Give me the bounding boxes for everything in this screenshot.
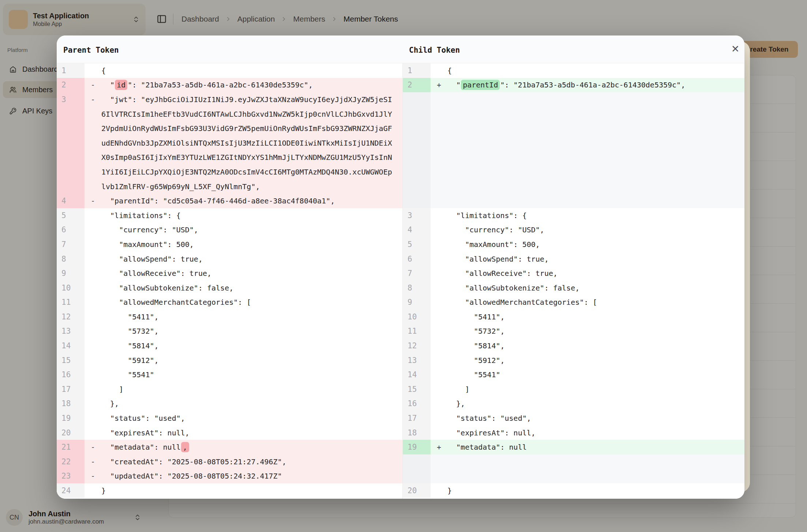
- diff-sign: [431, 223, 447, 237]
- code-text: "5814",: [101, 338, 402, 353]
- code-text: "5814",: [447, 338, 744, 353]
- code-text: [447, 165, 744, 179]
- code-text: }: [447, 483, 744, 498]
- code-text: "5732",: [447, 324, 744, 339]
- line-number: 16: [57, 367, 85, 382]
- diff-row: [403, 194, 744, 208]
- code-text: [447, 454, 744, 469]
- code-text: {: [447, 63, 744, 78]
- line-number: 12: [57, 310, 85, 324]
- diff-sign: [431, 107, 447, 121]
- diff-sign: -: [85, 469, 101, 484]
- code-text: [447, 92, 744, 107]
- line-number: 3: [403, 208, 431, 223]
- diff-row: 5 "maxAmount": 500,: [403, 237, 744, 252]
- diff-sign: [85, 426, 101, 440]
- line-number: [403, 469, 431, 484]
- diff-row: 12 "5814",: [403, 338, 744, 353]
- line-number: 2: [403, 78, 431, 93]
- diff-row: 14 "5541": [403, 367, 744, 382]
- diff-sign: [431, 252, 447, 266]
- diff-sign: [85, 353, 101, 368]
- code-text: "expiresAt": null,: [101, 426, 402, 440]
- code-text: [447, 469, 744, 484]
- line-number: 14: [57, 338, 85, 353]
- diff-row: 3- "jwt": "eyJhbGciOiJIUzI1NiJ9.eyJwZXJt…: [57, 92, 402, 107]
- line-number: 18: [403, 426, 431, 440]
- diff-row: 4 "currency": "USD",: [403, 223, 744, 237]
- line-number: 3: [57, 92, 85, 107]
- diff-row: 11 "5732",: [403, 324, 744, 339]
- code-text: "allowSubtokenize": false,: [447, 281, 744, 295]
- line-number: [403, 194, 431, 208]
- diff-sign: [431, 266, 447, 281]
- line-number: 22: [57, 454, 85, 469]
- diff-sign: [85, 150, 101, 165]
- diff-sign: [85, 483, 101, 498]
- diff-sign: [431, 179, 447, 194]
- diff-row: 1YiI6IjEiLCJpYXQiOjE3NTQ2MzA0ODcsImV4cCI…: [57, 165, 402, 179]
- diff-sign: -: [85, 194, 101, 208]
- line-number: [403, 165, 431, 179]
- diff-row: 16 },: [403, 397, 744, 411]
- diff-sign: [431, 92, 447, 107]
- line-number: 20: [403, 483, 431, 498]
- diff-row: 13 "5912",: [403, 353, 744, 368]
- line-number: [57, 165, 85, 179]
- diff-sign: -: [85, 92, 101, 107]
- diff-row: 6 "allowSpend": true,: [403, 252, 744, 266]
- code-text: },: [101, 397, 402, 411]
- line-number: [403, 92, 431, 107]
- diff-sign: [85, 281, 101, 295]
- diff-sign: [431, 295, 447, 310]
- code-text: [447, 136, 744, 150]
- diff-sign: [85, 179, 101, 194]
- line-number: 15: [57, 353, 85, 368]
- diff-row: 2+ "parentId": "21ba7a53-a5db-461a-a2bc-…: [403, 78, 744, 93]
- diff-row: 10 "5411",: [403, 310, 744, 324]
- code-text: [447, 121, 744, 136]
- diff-row: [403, 107, 744, 121]
- code-text: "allowedMerchantCategories": [: [447, 295, 744, 310]
- diff-sign: [431, 63, 447, 78]
- diff-word-highlight: id: [115, 80, 127, 90]
- code-text: "5912",: [447, 353, 744, 368]
- diff-row: 19+ "metadata": null: [403, 440, 744, 454]
- code-text: ]: [447, 382, 744, 397]
- diff-row: [403, 150, 744, 165]
- code-text: "allowSpend": true,: [101, 252, 402, 266]
- code-text: "parentId": "cd5c05a4-7f46-446d-a8ee-38a…: [101, 194, 402, 208]
- diff-row: [403, 454, 744, 469]
- diff-row: 1{: [403, 63, 744, 78]
- diff-row: 10 "allowSubtokenize": false,: [57, 281, 402, 295]
- diff-row: [403, 136, 744, 150]
- diff-row: X0sImp0aSI6IjIxYmE3YTUzLWE1ZGItNDYxYS1hM…: [57, 150, 402, 165]
- diff-row: 20}: [403, 483, 744, 498]
- code-text: [447, 107, 744, 121]
- diff-sign: [431, 136, 447, 150]
- line-number: [403, 107, 431, 121]
- line-number: 17: [403, 411, 431, 426]
- code-text: "id": "21ba7a53-a5db-461a-a2bc-61430de53…: [101, 78, 402, 93]
- diff-sign: [431, 367, 447, 382]
- line-number: 7: [403, 266, 431, 281]
- diff-sign: [431, 281, 447, 295]
- diff-sign: -: [85, 440, 101, 454]
- close-icon[interactable]: ✕: [727, 41, 743, 57]
- code-text: lvb1ZmlFRV-g65Wp69yN_L5XF_QyNlmnTg",: [101, 179, 402, 194]
- line-number: [57, 150, 85, 165]
- line-number: [403, 121, 431, 136]
- diff-row: udENhdGVnb3JpZXMiOlsiNTQxMSIsIjU3MzIiLCI…: [57, 136, 402, 150]
- line-number: 12: [403, 338, 431, 353]
- diff-sign: [85, 295, 101, 310]
- code-text: "limitations": {: [101, 208, 402, 223]
- line-number: 7: [57, 237, 85, 252]
- code-text: "5411",: [101, 310, 402, 324]
- line-number: 10: [57, 281, 85, 295]
- code-text: },: [447, 397, 744, 411]
- diff-row: 22- "createdAt": "2025-08-08T05:21:27.49…: [57, 454, 402, 469]
- diff-sign: [85, 252, 101, 266]
- line-number: 13: [57, 324, 85, 339]
- diff-row: 19 "status": "used",: [57, 411, 402, 426]
- code-text: {: [101, 63, 402, 78]
